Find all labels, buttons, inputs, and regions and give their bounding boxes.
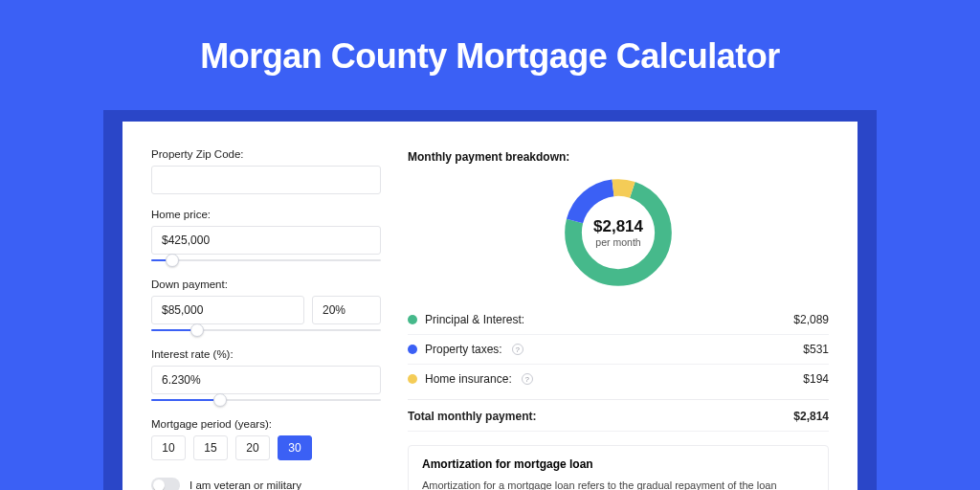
breakdown-item-label: Property taxes: bbox=[425, 343, 502, 356]
period-button-10[interactable]: 10 bbox=[151, 435, 186, 460]
zip-input[interactable] bbox=[151, 166, 381, 194]
total-value: $2,814 bbox=[793, 410, 829, 423]
zip-field-block: Property Zip Code: bbox=[151, 148, 381, 194]
veteran-toggle-row: I am veteran or military bbox=[151, 478, 381, 490]
veteran-toggle[interactable] bbox=[151, 478, 180, 490]
donut-total-value: $2,814 bbox=[593, 217, 643, 236]
slider-thumb[interactable] bbox=[166, 254, 179, 267]
interest-input[interactable] bbox=[151, 366, 381, 394]
period-button-15[interactable]: 15 bbox=[193, 435, 228, 460]
breakdown-row: Principal & Interest:$2,089 bbox=[408, 305, 829, 335]
legend-dot bbox=[408, 315, 417, 324]
page-title: Morgan County Mortgage Calculator bbox=[0, 36, 980, 77]
breakdown-item-value: $531 bbox=[803, 343, 829, 356]
slider-fill bbox=[151, 399, 220, 401]
donut-center: $2,814 per month bbox=[593, 217, 643, 248]
divider bbox=[408, 399, 829, 400]
slider-track bbox=[151, 259, 381, 261]
down-payment-slider[interactable] bbox=[151, 326, 381, 334]
info-icon[interactable]: ? bbox=[512, 344, 523, 355]
breakdown-row: Home insurance:?$194 bbox=[408, 365, 829, 393]
legend-dot bbox=[408, 374, 417, 384]
home-price-input[interactable] bbox=[151, 226, 381, 255]
breakdown-item-label: Principal & Interest: bbox=[425, 313, 524, 326]
interest-label: Interest rate (%): bbox=[151, 348, 381, 360]
veteran-label: I am veteran or military bbox=[189, 479, 301, 490]
info-icon[interactable]: ? bbox=[522, 373, 533, 385]
down-payment-input[interactable] bbox=[151, 296, 304, 324]
form-column: Property Zip Code: Home price: Down paym… bbox=[151, 148, 381, 490]
period-button-20[interactable]: 20 bbox=[235, 435, 270, 460]
hero-banner: Morgan County Mortgage Calculator bbox=[0, 0, 980, 98]
slider-thumb[interactable] bbox=[213, 393, 227, 407]
calculator-card: Property Zip Code: Home price: Down paym… bbox=[122, 122, 858, 490]
breakdown-item-value: $2,089 bbox=[793, 313, 829, 326]
breakdown-item-label: Home insurance: bbox=[425, 372, 512, 386]
home-price-slider[interactable] bbox=[151, 256, 381, 264]
donut-per-month-label: per month bbox=[593, 236, 643, 248]
total-label: Total monthly payment: bbox=[408, 410, 536, 423]
breakdown-column: Monthly payment breakdown: $2,814 per mo… bbox=[408, 148, 829, 490]
breakdown-item-value: $194 bbox=[803, 372, 829, 386]
breakdown-header: Monthly payment breakdown: bbox=[408, 150, 829, 164]
period-button-30[interactable]: 30 bbox=[278, 435, 312, 460]
legend-dot bbox=[408, 345, 417, 354]
period-label: Mortgage period (years): bbox=[151, 418, 381, 430]
interest-slider[interactable] bbox=[151, 396, 381, 404]
home-price-label: Home price: bbox=[151, 209, 381, 220]
zip-label: Property Zip Code: bbox=[151, 148, 381, 160]
breakdown-row: Property taxes:?$531 bbox=[408, 335, 829, 365]
down-payment-pct-input[interactable] bbox=[312, 296, 381, 324]
amortization-text: Amortization for a mortgage loan refers … bbox=[422, 479, 814, 490]
slider-thumb[interactable] bbox=[190, 323, 204, 337]
period-field-block: Mortgage period (years): 10152030 bbox=[151, 418, 381, 460]
home-price-field-block: Home price: bbox=[151, 209, 381, 264]
amortization-title: Amortization for mortgage loan bbox=[422, 457, 814, 471]
down-payment-label: Down payment: bbox=[151, 278, 381, 290]
down-payment-field-block: Down payment: bbox=[151, 278, 381, 334]
period-button-group: 10152030 bbox=[151, 435, 381, 460]
donut-chart-area: $2,814 per month bbox=[408, 173, 829, 292]
amortization-box: Amortization for mortgage loan Amortizat… bbox=[408, 445, 829, 490]
breakdown-total-row: Total monthly payment: $2,814 bbox=[408, 402, 829, 432]
breakdown-list: Principal & Interest:$2,089Property taxe… bbox=[408, 305, 829, 393]
interest-field-block: Interest rate (%): bbox=[151, 348, 381, 404]
